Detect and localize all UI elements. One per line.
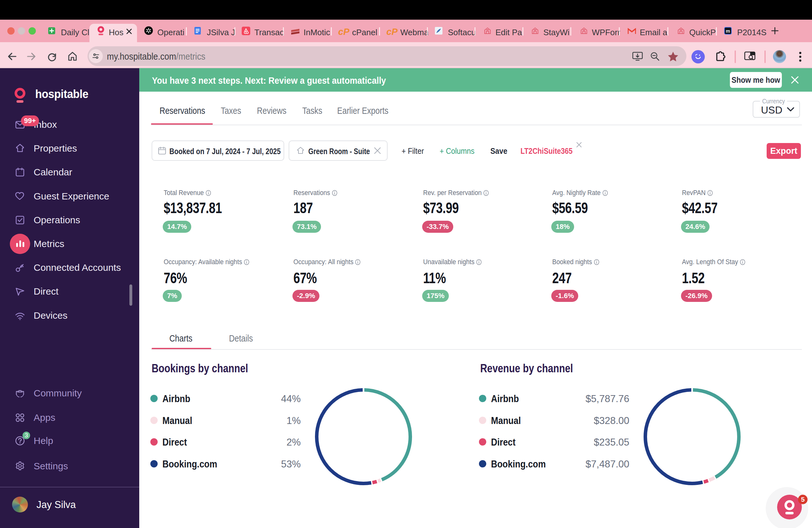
svg-text:m: m	[726, 28, 730, 34]
